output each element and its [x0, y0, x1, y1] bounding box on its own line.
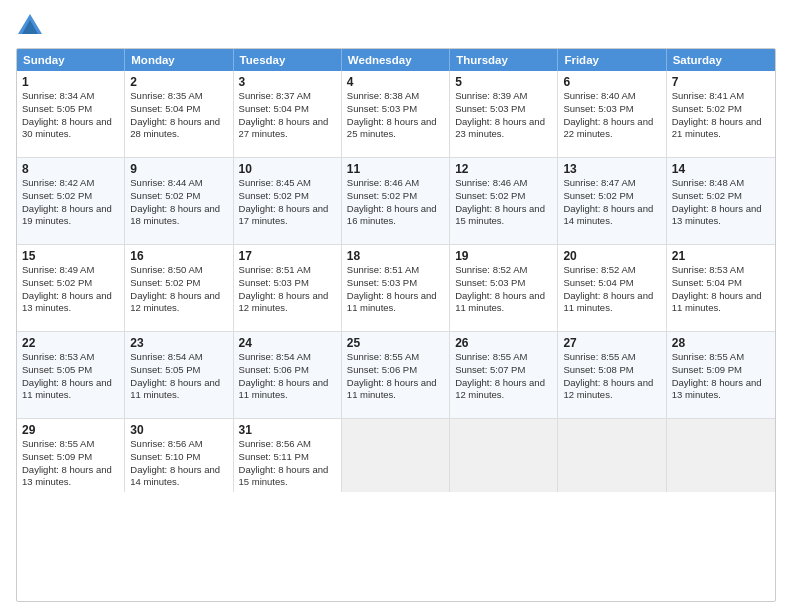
day-number: 26 [455, 336, 552, 350]
day-info: Sunrise: 8:37 AMSunset: 5:04 PMDaylight:… [239, 90, 336, 141]
calendar-cell: 7Sunrise: 8:41 AMSunset: 5:02 PMDaylight… [667, 71, 775, 157]
calendar-body: 1Sunrise: 8:34 AMSunset: 5:05 PMDaylight… [17, 71, 775, 492]
calendar-cell: 6Sunrise: 8:40 AMSunset: 5:03 PMDaylight… [558, 71, 666, 157]
calendar-cell: 8Sunrise: 8:42 AMSunset: 5:02 PMDaylight… [17, 158, 125, 244]
day-info: Sunrise: 8:55 AMSunset: 5:09 PMDaylight:… [22, 438, 119, 489]
day-info: Sunrise: 8:51 AMSunset: 5:03 PMDaylight:… [347, 264, 444, 315]
calendar-cell: 25Sunrise: 8:55 AMSunset: 5:06 PMDayligh… [342, 332, 450, 418]
day-info: Sunrise: 8:56 AMSunset: 5:10 PMDaylight:… [130, 438, 227, 489]
day-info: Sunrise: 8:52 AMSunset: 5:03 PMDaylight:… [455, 264, 552, 315]
day-info: Sunrise: 8:53 AMSunset: 5:04 PMDaylight:… [672, 264, 770, 315]
day-number: 23 [130, 336, 227, 350]
day-info: Sunrise: 8:41 AMSunset: 5:02 PMDaylight:… [672, 90, 770, 141]
header-day-thursday: Thursday [450, 49, 558, 71]
calendar-cell: 30Sunrise: 8:56 AMSunset: 5:10 PMDayligh… [125, 419, 233, 492]
day-number: 2 [130, 75, 227, 89]
calendar-cell: 20Sunrise: 8:52 AMSunset: 5:04 PMDayligh… [558, 245, 666, 331]
calendar-cell: 4Sunrise: 8:38 AMSunset: 5:03 PMDaylight… [342, 71, 450, 157]
day-number: 15 [22, 249, 119, 263]
day-info: Sunrise: 8:52 AMSunset: 5:04 PMDaylight:… [563, 264, 660, 315]
header-day-tuesday: Tuesday [234, 49, 342, 71]
calendar-cell: 26Sunrise: 8:55 AMSunset: 5:07 PMDayligh… [450, 332, 558, 418]
header-day-saturday: Saturday [667, 49, 775, 71]
calendar-cell: 1Sunrise: 8:34 AMSunset: 5:05 PMDaylight… [17, 71, 125, 157]
calendar-cell: 27Sunrise: 8:55 AMSunset: 5:08 PMDayligh… [558, 332, 666, 418]
day-number: 12 [455, 162, 552, 176]
day-info: Sunrise: 8:55 AMSunset: 5:08 PMDaylight:… [563, 351, 660, 402]
day-number: 10 [239, 162, 336, 176]
day-info: Sunrise: 8:55 AMSunset: 5:06 PMDaylight:… [347, 351, 444, 402]
day-number: 14 [672, 162, 770, 176]
day-number: 21 [672, 249, 770, 263]
day-info: Sunrise: 8:54 AMSunset: 5:06 PMDaylight:… [239, 351, 336, 402]
day-info: Sunrise: 8:35 AMSunset: 5:04 PMDaylight:… [130, 90, 227, 141]
day-info: Sunrise: 8:42 AMSunset: 5:02 PMDaylight:… [22, 177, 119, 228]
calendar-cell: 18Sunrise: 8:51 AMSunset: 5:03 PMDayligh… [342, 245, 450, 331]
day-number: 13 [563, 162, 660, 176]
calendar-cell: 22Sunrise: 8:53 AMSunset: 5:05 PMDayligh… [17, 332, 125, 418]
header-day-friday: Friday [558, 49, 666, 71]
calendar-cell: 31Sunrise: 8:56 AMSunset: 5:11 PMDayligh… [234, 419, 342, 492]
day-number: 4 [347, 75, 444, 89]
calendar-cell: 23Sunrise: 8:54 AMSunset: 5:05 PMDayligh… [125, 332, 233, 418]
calendar-cell [558, 419, 666, 492]
day-info: Sunrise: 8:39 AMSunset: 5:03 PMDaylight:… [455, 90, 552, 141]
calendar-cell: 28Sunrise: 8:55 AMSunset: 5:09 PMDayligh… [667, 332, 775, 418]
calendar-cell: 24Sunrise: 8:54 AMSunset: 5:06 PMDayligh… [234, 332, 342, 418]
page-header [16, 12, 776, 40]
day-number: 7 [672, 75, 770, 89]
day-number: 1 [22, 75, 119, 89]
calendar-cell: 10Sunrise: 8:45 AMSunset: 5:02 PMDayligh… [234, 158, 342, 244]
header-day-sunday: Sunday [17, 49, 125, 71]
day-number: 5 [455, 75, 552, 89]
calendar-page: SundayMondayTuesdayWednesdayThursdayFrid… [0, 0, 792, 612]
calendar-cell: 17Sunrise: 8:51 AMSunset: 5:03 PMDayligh… [234, 245, 342, 331]
day-info: Sunrise: 8:51 AMSunset: 5:03 PMDaylight:… [239, 264, 336, 315]
day-number: 31 [239, 423, 336, 437]
calendar-cell: 14Sunrise: 8:48 AMSunset: 5:02 PMDayligh… [667, 158, 775, 244]
day-number: 28 [672, 336, 770, 350]
day-number: 9 [130, 162, 227, 176]
day-number: 17 [239, 249, 336, 263]
calendar-cell: 19Sunrise: 8:52 AMSunset: 5:03 PMDayligh… [450, 245, 558, 331]
day-info: Sunrise: 8:40 AMSunset: 5:03 PMDaylight:… [563, 90, 660, 141]
logo [16, 12, 48, 40]
day-number: 27 [563, 336, 660, 350]
day-number: 25 [347, 336, 444, 350]
day-number: 19 [455, 249, 552, 263]
calendar-cell: 9Sunrise: 8:44 AMSunset: 5:02 PMDaylight… [125, 158, 233, 244]
day-info: Sunrise: 8:55 AMSunset: 5:07 PMDaylight:… [455, 351, 552, 402]
day-info: Sunrise: 8:49 AMSunset: 5:02 PMDaylight:… [22, 264, 119, 315]
calendar-week-1: 1Sunrise: 8:34 AMSunset: 5:05 PMDaylight… [17, 71, 775, 158]
day-info: Sunrise: 8:55 AMSunset: 5:09 PMDaylight:… [672, 351, 770, 402]
calendar-cell: 12Sunrise: 8:46 AMSunset: 5:02 PMDayligh… [450, 158, 558, 244]
calendar-week-3: 15Sunrise: 8:49 AMSunset: 5:02 PMDayligh… [17, 245, 775, 332]
day-number: 8 [22, 162, 119, 176]
calendar-week-5: 29Sunrise: 8:55 AMSunset: 5:09 PMDayligh… [17, 419, 775, 492]
day-info: Sunrise: 8:47 AMSunset: 5:02 PMDaylight:… [563, 177, 660, 228]
header-day-monday: Monday [125, 49, 233, 71]
calendar-week-2: 8Sunrise: 8:42 AMSunset: 5:02 PMDaylight… [17, 158, 775, 245]
day-info: Sunrise: 8:44 AMSunset: 5:02 PMDaylight:… [130, 177, 227, 228]
calendar-cell [342, 419, 450, 492]
calendar-cell: 2Sunrise: 8:35 AMSunset: 5:04 PMDaylight… [125, 71, 233, 157]
day-number: 18 [347, 249, 444, 263]
day-number: 11 [347, 162, 444, 176]
header-day-wednesday: Wednesday [342, 49, 450, 71]
calendar-cell: 13Sunrise: 8:47 AMSunset: 5:02 PMDayligh… [558, 158, 666, 244]
day-number: 22 [22, 336, 119, 350]
day-number: 29 [22, 423, 119, 437]
logo-icon [16, 12, 44, 40]
day-number: 16 [130, 249, 227, 263]
calendar: SundayMondayTuesdayWednesdayThursdayFrid… [16, 48, 776, 602]
day-info: Sunrise: 8:38 AMSunset: 5:03 PMDaylight:… [347, 90, 444, 141]
calendar-cell: 5Sunrise: 8:39 AMSunset: 5:03 PMDaylight… [450, 71, 558, 157]
day-number: 24 [239, 336, 336, 350]
calendar-header: SundayMondayTuesdayWednesdayThursdayFrid… [17, 49, 775, 71]
day-number: 6 [563, 75, 660, 89]
calendar-cell: 3Sunrise: 8:37 AMSunset: 5:04 PMDaylight… [234, 71, 342, 157]
day-info: Sunrise: 8:46 AMSunset: 5:02 PMDaylight:… [455, 177, 552, 228]
day-info: Sunrise: 8:50 AMSunset: 5:02 PMDaylight:… [130, 264, 227, 315]
day-info: Sunrise: 8:56 AMSunset: 5:11 PMDaylight:… [239, 438, 336, 489]
calendar-cell: 21Sunrise: 8:53 AMSunset: 5:04 PMDayligh… [667, 245, 775, 331]
